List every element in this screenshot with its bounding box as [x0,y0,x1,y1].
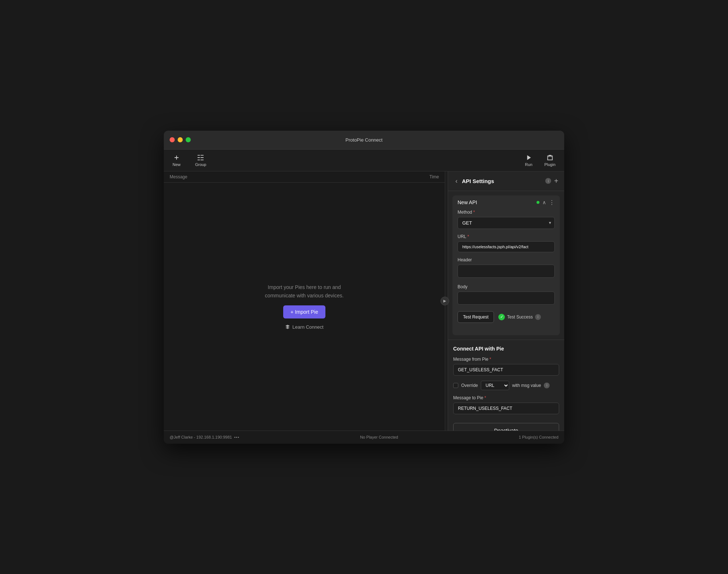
api-settings-header: ‹ API Settings i + [448,171,564,191]
msg-to-label: Message to Pie * [453,395,559,400]
url-input[interactable] [458,241,555,252]
api-more-button[interactable]: ⋮ [549,199,555,206]
group-icon [197,154,205,162]
app-window: ProtoPie Connect New Group Run [164,131,564,444]
empty-text: Import your Pies here to run and communi… [265,283,344,300]
msg-from-label: Message from Pie * [453,357,559,362]
override-select[interactable]: URL Header Body [481,381,509,390]
override-row: Override URL Header Body with msg value … [453,381,559,390]
msg-to-required: * [484,395,486,400]
override-checkbox[interactable] [453,383,458,388]
success-check-icon: ✓ [498,314,505,320]
toolbar-right: Run Plugin [522,152,558,168]
body-group: Body [458,284,555,306]
body-input[interactable] [458,292,555,305]
import-pie-button[interactable]: + Import Pie [283,305,325,318]
plugin-label: Plugin [544,162,555,167]
test-success-text: Test Success [507,314,533,320]
close-button[interactable] [170,137,175,142]
new-label: New [173,162,181,167]
empty-state: Import your Pies here to run and communi… [164,183,445,431]
url-required: * [467,234,469,239]
test-request-button[interactable]: Test Request [458,311,494,323]
run-icon [525,154,533,162]
api-settings-panel: ‹ API Settings i + New API ∧ ⋮ Metho [448,171,564,431]
plugin-button[interactable]: Plugin [541,152,558,168]
api-name: New API [458,199,534,205]
test-success-info-icon[interactable]: i [535,314,541,320]
statusbar: @Jeff Clarke - 192.168.1.190:9981 ••• No… [164,431,564,444]
status-plugin-count: 1 Plugin(s) Connected [519,435,558,439]
learn-connect-link[interactable]: Learn Connect [285,324,323,330]
panel-toggle-btn[interactable]: ▶ [440,297,449,305]
method-group: Method * GET POST PUT DELETE PATCH ▾ [458,210,555,229]
deactivate-button[interactable]: Deactivate [453,423,559,431]
status-dots: ••• [234,435,240,439]
body-label: Body [458,284,555,289]
api-settings-info-icon[interactable]: i [545,178,551,184]
method-label: Method * [458,210,555,215]
api-collapse-button[interactable]: ∧ [542,199,546,205]
override-info-icon[interactable]: i [544,383,550,388]
toolbar: New Group Run Plugin [164,150,564,171]
method-select-wrapper: GET POST PUT DELETE PATCH ▾ [458,217,555,229]
add-api-button[interactable]: + [554,177,558,185]
status-right: 1 Plugin(s) Connected [519,435,558,439]
back-button[interactable]: ‹ [454,177,459,186]
learn-icon [285,324,290,329]
status-no-player: No Player Connected [360,435,398,439]
test-row: Test Request ✓ Test Success i [458,311,555,323]
run-label: Run [525,162,532,167]
test-success-indicator: ✓ Test Success i [498,314,541,320]
plus-icon [173,154,181,162]
msg-from-group: Message from Pie * [453,357,559,376]
group-label: Group [195,162,206,167]
api-settings-title: API Settings [462,178,542,184]
api-card-header: New API ∧ ⋮ [452,195,560,210]
left-panel: Message Time Import your Pies here to ru… [164,171,445,431]
header-label: Header [458,257,555,262]
url-group: URL * [458,234,555,252]
minimize-button[interactable] [178,137,183,142]
method-select[interactable]: GET POST PUT DELETE PATCH [458,217,555,229]
override-select-wrapper: URL Header Body [481,381,509,390]
msg-from-input[interactable] [453,364,559,376]
plugin-icon [546,154,554,162]
msg-to-input[interactable] [453,403,559,414]
col-message-header: Message [170,174,410,179]
url-label: URL * [458,234,555,239]
window-title: ProtoPie Connect [345,137,383,143]
api-card: New API ∧ ⋮ Method * GET [452,195,560,335]
api-form: Method * GET POST PUT DELETE PATCH ▾ [452,210,560,335]
run-button[interactable]: Run [522,152,535,168]
status-left: @Jeff Clarke - 192.168.1.190:9981 ••• [170,435,240,439]
with-msg-label: with msg value [512,383,541,388]
header-group: Header [458,257,555,279]
msg-to-group: Message to Pie * [453,395,559,414]
override-label: Override [461,383,478,388]
status-center: No Player Connected [240,435,519,439]
col-time-header: Time [410,174,439,179]
connect-section: Connect API with Pie Message from Pie * … [448,340,564,431]
msg-from-required: * [490,357,491,362]
new-button[interactable]: New [170,152,183,168]
status-user: @Jeff Clarke - 192.168.1.190:9981 [170,435,232,439]
maximize-button[interactable] [186,137,191,142]
connect-title: Connect API with Pie [453,346,559,352]
api-status-dot [537,201,539,204]
group-button[interactable]: Group [192,152,209,168]
titlebar: ProtoPie Connect [164,131,564,150]
window-controls [170,137,191,142]
method-required: * [473,210,475,215]
header-input[interactable] [458,265,555,278]
main-content: Message Time Import your Pies here to ru… [164,171,564,431]
column-headers: Message Time [164,171,445,183]
